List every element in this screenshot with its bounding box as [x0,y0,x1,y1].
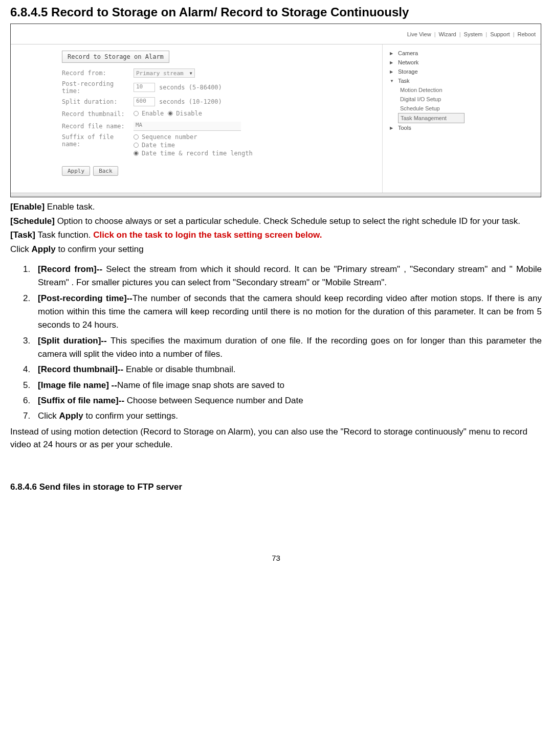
suffix-date-label: Date time [142,142,175,149]
nav-separator: | [434,31,436,37]
chevron-down-icon: ▼ [190,71,192,76]
disable-radio[interactable] [168,111,173,116]
disable-label: Disable [176,110,202,117]
suffix-label: Suffix of file name: [62,133,134,148]
li3-label: [Split duration]-- [38,336,111,346]
post-recording-input[interactable]: 10 [134,83,155,92]
chevron-right-icon: ▶ [390,60,395,65]
li1-text: Select the stream from which it should r… [38,264,542,287]
apply-bold: Apply [32,244,56,254]
panel-title: Record to Storage on Alarm [62,51,169,63]
sidebar-label: Network [398,59,418,65]
sidebar-sub-schedule[interactable]: Schedule Setup [388,104,536,113]
schedule-bracket: [Schedule] [10,216,57,226]
li4-label: [Record thumbnail]-- [38,364,126,374]
page-number: 73 [10,554,542,562]
record-filename-label: Record file name: [62,123,134,130]
sidebar-label: Storage [398,68,418,75]
config-screenshot: Live View | Wizard | System | Support | … [10,24,541,197]
record-filename-input[interactable]: MA [134,122,241,131]
sidebar-item-network[interactable]: ▶ Network [388,58,536,67]
list-item: [Record thumbnail]-- Enable or disable t… [33,363,542,376]
post-recording-label: Post-recording time: [62,80,134,95]
li7-bold: Apply [59,411,83,421]
sidebar-item-task[interactable]: ▼ Task [388,76,536,85]
sidebar-label: Task [398,78,410,84]
list-item: [Split duration]-- This specifies the ma… [33,334,542,361]
li4-text: Enable or disable thumbnail. [126,364,236,374]
suffix-datetime-radio[interactable] [134,151,139,156]
suffix-seq-label: Sequence number [142,133,197,141]
li5-label: [Image file name] -- [38,380,117,390]
task-red-text: Click on the task to login the task sett… [93,230,322,240]
nav-support[interactable]: Support [490,31,510,37]
nav-separator: | [485,31,487,37]
chevron-right-icon: ▶ [390,51,395,56]
li5-text: Name of file image snap shots are saved … [117,380,284,390]
list-item: [Post-recording time]--The number of sec… [33,292,542,332]
list-item: [Record from]-- Select the stream from w… [33,263,542,290]
nav-wizard[interactable]: Wizard [438,31,456,37]
nav-reboot[interactable]: Reboot [518,31,536,37]
nav-separator: | [459,31,461,37]
enable-text: Enable task. [47,202,95,212]
li7-post: to confirm your settings. [83,411,178,421]
task-bracket: [Task] [10,230,38,240]
doc-body: [Enable] Enable task. [Schedule] Option … [10,200,542,451]
sidebar-sub-motion[interactable]: Motion Detection [388,85,536,95]
li6-text: Choose between Sequence number and Date [127,396,303,405]
record-thumbnail-label: Record thumbnail: [62,110,134,118]
enable-radio[interactable] [134,111,139,116]
sidebar-label: Camera [398,50,418,56]
top-nav: Live View | Wizard | System | Support | … [11,24,541,44]
sidebar-item-storage[interactable]: ▶ Storage [388,67,536,76]
task-text: Task function. [38,230,94,240]
schedule-text: Option to choose always or set a particu… [57,216,520,226]
split-duration-input[interactable]: 600 [134,97,155,106]
sidebar-sub-taskmgmt[interactable]: Task Management [398,113,465,123]
instruction-list: [Record from]-- Select the stream from w… [10,263,542,423]
subsection-title: 6.8.4.6 Send files in storage to FTP ser… [10,482,542,492]
split-duration-label: Split duration: [62,98,134,105]
post-recording-suffix: seconds (5-86400) [159,84,222,91]
apply-text-post: to confirm your setting [56,244,144,254]
record-from-value: Primary stream [136,70,184,77]
sidebar-item-tools[interactable]: ▶ Tools [388,123,536,132]
apply-text-pre: Click [10,244,32,254]
chevron-right-icon: ▶ [390,70,395,74]
section-title: 6.8.4.5 Record to Storage on Alarm/ Reco… [10,5,542,19]
sidebar-item-camera[interactable]: ▶ Camera [388,49,536,58]
form-panel: Record to Storage on Alarm Record from: … [57,44,382,193]
nav-system[interactable]: System [464,31,483,37]
record-from-label: Record from: [62,70,134,77]
suffix-seq-radio[interactable] [134,134,139,140]
back-button[interactable]: Back [93,166,118,176]
li3-text: This specifies the maximum duration of o… [38,336,542,359]
li1-label: [Record from]-- [38,264,106,274]
split-duration-suffix: seconds (10-1200) [159,98,222,105]
sidebar-sub-digitalio[interactable]: Digital I/O Setup [388,95,536,104]
sidebar: ▶ Camera ▶ Network ▶ Storage ▼ Task Moti… [382,44,541,193]
record-from-select[interactable]: Primary stream ▼ [134,68,195,78]
nav-live-view[interactable]: Live View [407,31,431,37]
suffix-date-radio[interactable] [134,143,139,148]
chevron-right-icon: ▶ [390,126,395,130]
bottom-bar [11,193,541,197]
enable-bracket: [Enable] [10,202,47,212]
li6-label: [Suffix of file name]-- [38,396,127,405]
list-item: Click Apply to confirm your settings. [33,409,542,423]
suffix-datetime-label: Date time & record time length [142,150,253,157]
chevron-down-icon: ▼ [390,79,395,83]
list-item: [Image file name] --Name of file image s… [33,379,542,392]
enable-label: Enable [142,110,164,117]
apply-button[interactable]: Apply [62,166,90,176]
sidebar-label: Tools [398,125,411,131]
li2-label: [Post-recording time]-- [38,293,133,303]
trailing-text: Instead of using motion detection (Recor… [10,425,542,451]
nav-separator: | [513,31,515,37]
list-item: [Suffix of file name]-- Choose between S… [33,394,542,407]
li7-pre: Click [38,411,59,421]
